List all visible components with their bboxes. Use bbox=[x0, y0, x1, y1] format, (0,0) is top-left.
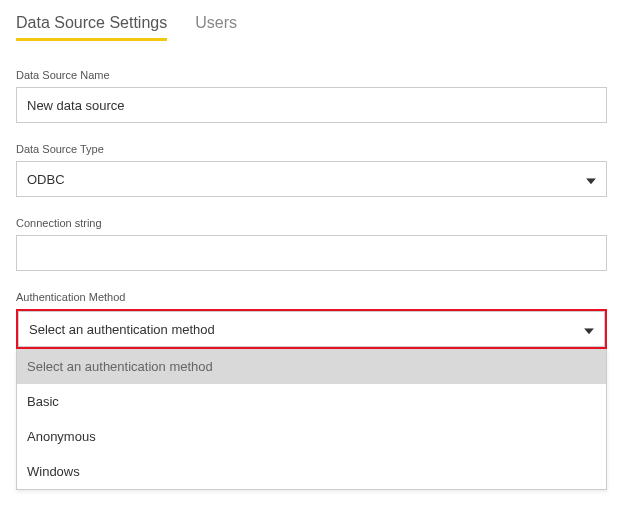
field-data-source-name: Data Source Name bbox=[16, 69, 607, 123]
tab-data-source-settings[interactable]: Data Source Settings bbox=[16, 14, 167, 41]
label-authentication-method: Authentication Method bbox=[16, 291, 607, 303]
field-data-source-type: Data Source Type ODBC bbox=[16, 143, 607, 197]
input-data-source-name[interactable] bbox=[16, 87, 607, 123]
chevron-down-icon bbox=[584, 322, 594, 337]
dropdown-item-anonymous[interactable]: Anonymous bbox=[17, 419, 606, 454]
field-authentication-method: Authentication Method Select an authenti… bbox=[16, 291, 607, 349]
dropdown-authentication-method: Select an authentication method Basic An… bbox=[16, 349, 607, 490]
dropdown-item-placeholder[interactable]: Select an authentication method bbox=[17, 349, 606, 384]
dropdown-item-windows[interactable]: Windows bbox=[17, 454, 606, 489]
chevron-down-icon bbox=[586, 172, 596, 187]
field-connection-string: Connection string bbox=[16, 217, 607, 271]
select-data-source-type[interactable]: ODBC bbox=[16, 161, 607, 197]
label-data-source-type: Data Source Type bbox=[16, 143, 607, 155]
select-data-source-type-value: ODBC bbox=[27, 172, 65, 187]
tabs-bar: Data Source Settings Users bbox=[16, 14, 607, 41]
label-connection-string: Connection string bbox=[16, 217, 607, 229]
tab-users[interactable]: Users bbox=[195, 14, 237, 41]
input-connection-string[interactable] bbox=[16, 235, 607, 271]
dropdown-item-basic[interactable]: Basic bbox=[17, 384, 606, 419]
label-data-source-name: Data Source Name bbox=[16, 69, 607, 81]
select-authentication-method[interactable]: Select an authentication method bbox=[18, 311, 605, 347]
select-authentication-method-value: Select an authentication method bbox=[29, 322, 215, 337]
